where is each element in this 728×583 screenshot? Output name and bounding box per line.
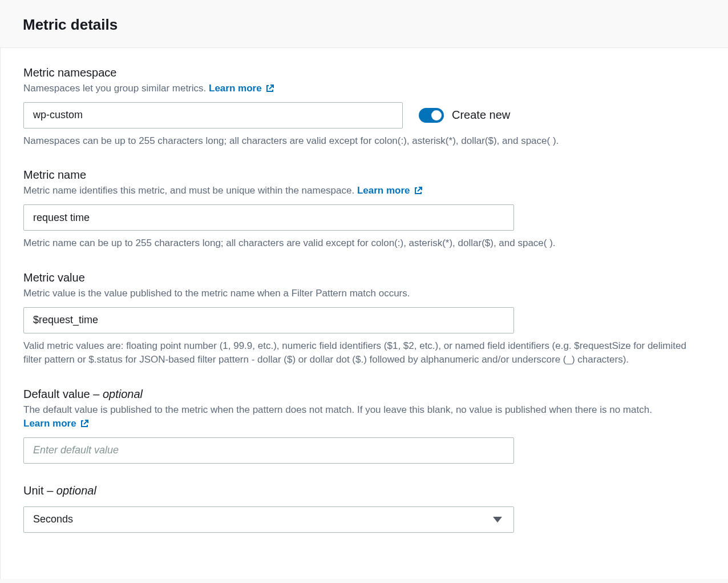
content-panel: Metric namespace Namespaces let you grou… [0,48,728,579]
metric-namespace-hint: Namespaces can be up to 255 characters l… [23,134,705,148]
metric-name-input[interactable] [23,204,514,231]
optional-text: optional [103,388,143,400]
metric-value-desc: Metric value is the value published to t… [23,287,705,300]
external-link-icon [80,419,89,428]
learn-more-text: Learn more [209,82,262,95]
metric-value-label: Metric value [23,271,705,284]
external-link-icon [414,186,423,195]
default-value-desc-text: The default value is published to the me… [23,404,652,415]
metric-namespace-label: Metric namespace [23,66,705,79]
unit-select-value: Seconds [33,513,73,525]
unit-label-text: Unit [23,484,44,497]
chevron-down-icon [493,517,502,522]
metric-name-label: Metric name [23,168,705,182]
metric-value-group: Metric value Metric value is the value p… [23,271,705,367]
unit-label: Unit – optional [23,484,705,497]
optional-text: optional [56,484,96,497]
toggle-knob [431,110,442,120]
learn-more-text: Learn more [357,184,410,198]
metric-namespace-learn-more-link[interactable]: Learn more [209,82,274,95]
metric-value-input[interactable] [23,307,514,333]
metric-namespace-group: Metric namespace Namespaces let you grou… [23,66,705,148]
create-new-toggle-wrap: Create new [419,108,510,123]
metric-name-desc: Metric name identifies this metric, and … [23,184,705,198]
default-value-label-text: Default value [23,388,90,400]
metric-namespace-desc: Namespaces let you group similar metrics… [23,82,705,95]
page-title: Metric details [23,16,705,34]
metric-name-desc-text: Metric name identifies this metric, and … [23,185,357,196]
metric-value-hint: Valid metric values are: floating point … [23,339,705,367]
default-value-group: Default value – optional The default val… [23,388,705,464]
default-value-learn-more-link[interactable]: Learn more [23,417,89,431]
default-value-desc: The default value is published to the me… [23,403,705,431]
create-new-toggle[interactable] [419,108,444,123]
metric-name-learn-more-link[interactable]: Learn more [357,184,423,198]
unit-group: Unit – optional Seconds [23,484,705,533]
unit-select[interactable]: Seconds [23,506,514,533]
metric-name-group: Metric name Metric name identifies this … [23,168,705,250]
learn-more-text: Learn more [23,417,76,431]
label-dash: – [47,484,56,497]
default-value-label: Default value – optional [23,388,705,401]
metric-namespace-input[interactable] [23,102,403,128]
header-section: Metric details [0,0,728,48]
create-new-toggle-label: Create new [452,108,510,122]
external-link-icon [265,84,274,93]
label-dash: – [93,388,103,400]
metric-name-hint: Metric name can be up to 255 characters … [23,236,705,251]
metric-namespace-input-row: Create new [23,102,705,128]
metric-namespace-desc-text: Namespaces let you group similar metrics… [23,83,209,94]
default-value-input[interactable] [23,437,514,464]
